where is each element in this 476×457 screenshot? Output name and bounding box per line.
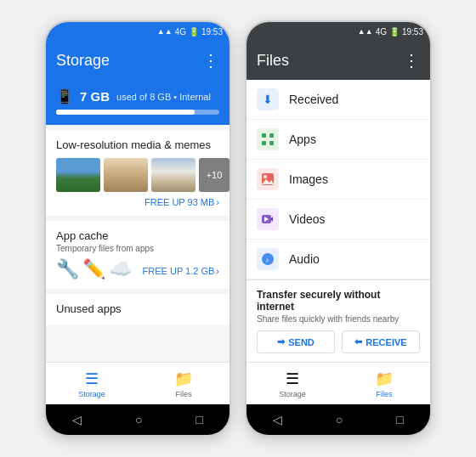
thumb-animal — [151, 158, 196, 192]
storage-detail: used of 8 GB • Internal — [116, 92, 211, 102]
media-free-up[interactable]: FREE UP 93 MB › — [56, 197, 219, 207]
home-btn-2[interactable]: ○ — [336, 413, 343, 426]
app-bar-title-2: Files — [257, 52, 403, 70]
signal-icon-1: ▲▲ — [157, 27, 173, 36]
send-label: SEND — [288, 337, 314, 347]
chevron-right-icon-media: › — [216, 197, 219, 207]
storage-info: 📱 7 GB used of 8 GB • Internal — [56, 88, 219, 104]
sys-nav-1: ◁ ○ □ — [46, 404, 230, 435]
thumb-group — [104, 158, 148, 192]
receive-button[interactable]: ⬅ RECEIVE — [342, 330, 420, 353]
files-nav-icon-2: 📁 — [375, 370, 394, 388]
storage-nav-icon: ☰ — [85, 370, 99, 388]
time-2: 19:53 — [402, 27, 423, 37]
cache-free-up[interactable]: FREE UP 1.2 GB › — [143, 266, 219, 276]
receive-label: RECEIVE — [366, 337, 406, 347]
transfer-buttons: ➡ SEND ⬅ RECEIVE — [257, 330, 420, 353]
home-btn-1[interactable]: ○ — [135, 413, 142, 426]
svg-rect-3 — [269, 141, 274, 145]
file-item-videos[interactable]: Videos — [246, 200, 430, 240]
cache-title: App cache — [56, 229, 219, 242]
media-title: Low-resolution media & memes — [56, 138, 219, 151]
cache-emoji-pencil: ✏️ — [82, 258, 105, 280]
receive-arrow-icon: ⬅ — [354, 336, 362, 347]
cache-subtitle: Temporary files from apps — [56, 244, 219, 253]
unused-section: Unused apps — [46, 294, 230, 325]
apps-label: Apps — [289, 133, 316, 146]
nav-files-2[interactable]: 📁 Files — [338, 370, 430, 398]
back-btn-2[interactable]: ◁ — [273, 413, 282, 426]
battery-icon-2: 🔋 — [389, 27, 400, 37]
file-item-received[interactable]: ⬇ Received — [246, 80, 430, 120]
back-btn-1[interactable]: ◁ — [72, 413, 82, 426]
thumb-2 — [104, 158, 148, 192]
storage-nav-label-2: Storage — [279, 390, 306, 398]
storage-bar-fill — [56, 110, 195, 115]
status-bar-1: ▲▲ 4G 🔋 19:53 — [46, 22, 230, 41]
more-icon-2[interactable]: ⋮ — [403, 50, 420, 71]
files-phone: ▲▲ 4G 🔋 19:53 Files ⋮ ⬇ Received Apps — [245, 20, 432, 437]
storage-amount: 7 GB — [80, 89, 110, 104]
thumb-more-count: +10 — [199, 158, 230, 192]
app-bar-2: Files ⋮ — [246, 41, 430, 80]
phone-wrapper: ▲▲ 4G 🔋 19:53 Storage ⋮ 📱 7 GB used of 8… — [27, 3, 449, 454]
sys-nav-2: ◁ ○ □ — [246, 404, 430, 435]
audio-icon: ♪ — [257, 248, 279, 270]
svg-rect-0 — [262, 133, 266, 138]
signal-icon-2: ▲▲ — [358, 27, 373, 36]
send-button[interactable]: ➡ SEND — [257, 330, 335, 353]
transfer-title: Transfer securely without internet — [257, 289, 420, 313]
nav-storage-2[interactable]: ☰ Storage — [246, 370, 338, 398]
network-type-1: 4G — [175, 27, 186, 37]
app-bar-title-1: Storage — [56, 52, 202, 70]
storage-bar — [56, 110, 219, 115]
videos-label: Videos — [289, 212, 326, 226]
cache-icons: 🔧 ✏️ ☁️ — [56, 258, 132, 280]
device-icon: 📱 — [56, 88, 73, 104]
cache-emoji-cloud: ☁️ — [109, 258, 132, 280]
received-label: Received — [289, 93, 338, 106]
bottom-nav-1: ☰ Storage 📁 Files — [46, 362, 230, 404]
media-thumbnails: +10 — [56, 158, 219, 192]
more-icon-1[interactable]: ⋮ — [202, 50, 219, 71]
svg-rect-2 — [262, 141, 266, 145]
unused-title: Unused apps — [56, 302, 219, 315]
svg-rect-1 — [269, 133, 274, 138]
media-section: Low-resolution media & memes +10 FREE UP… — [46, 130, 230, 216]
send-arrow-icon: ➡ — [277, 336, 285, 347]
cache-emoji-tools: 🔧 — [56, 258, 79, 280]
recents-btn-1[interactable]: □ — [196, 413, 202, 426]
images-label: Images — [289, 172, 328, 186]
battery-icon-1: 🔋 — [189, 27, 199, 37]
videos-icon — [257, 208, 279, 230]
transfer-section: Transfer securely without internet Share… — [246, 279, 430, 362]
chevron-right-icon-cache: › — [216, 266, 219, 276]
transfer-subtitle: Share files quickly with friends nearby — [257, 314, 420, 324]
thumb-mountain — [56, 158, 100, 192]
nav-files-1[interactable]: 📁 Files — [138, 370, 230, 398]
files-nav-label-2: Files — [376, 390, 392, 398]
files-nav-icon-1: 📁 — [174, 370, 193, 388]
status-icons-1: ▲▲ 4G 🔋 19:53 — [157, 27, 223, 37]
apps-icon — [257, 128, 279, 150]
files-nav-label-1: Files — [175, 390, 191, 398]
file-item-audio[interactable]: ♪ Audio — [246, 240, 430, 279]
thumb-1 — [56, 158, 100, 192]
storage-phone: ▲▲ 4G 🔋 19:53 Storage ⋮ 📱 7 GB used of 8… — [44, 20, 231, 437]
phone-content-1: Low-resolution media & memes +10 FREE UP… — [46, 125, 230, 362]
cache-row: 🔧 ✏️ ☁️ FREE UP 1.2 GB › — [56, 258, 219, 280]
nav-storage-1[interactable]: ☰ Storage — [46, 370, 138, 398]
received-icon: ⬇ — [257, 88, 279, 110]
svg-point-5 — [264, 175, 267, 178]
file-item-apps[interactable]: Apps — [246, 120, 430, 160]
images-icon — [257, 168, 279, 190]
recents-btn-2[interactable]: □ — [396, 413, 403, 426]
file-item-images[interactable]: Images — [246, 160, 430, 200]
storage-nav-icon-2: ☰ — [286, 370, 299, 388]
status-icons-2: ▲▲ 4G 🔋 19:53 — [358, 27, 423, 37]
svg-text:♪: ♪ — [265, 256, 269, 264]
app-bar-1: Storage ⋮ — [46, 41, 230, 80]
files-list: ⬇ Received Apps Images Videos — [246, 80, 430, 279]
cache-section: App cache Temporary files from apps 🔧 ✏️… — [46, 221, 230, 289]
network-type-2: 4G — [376, 27, 387, 37]
